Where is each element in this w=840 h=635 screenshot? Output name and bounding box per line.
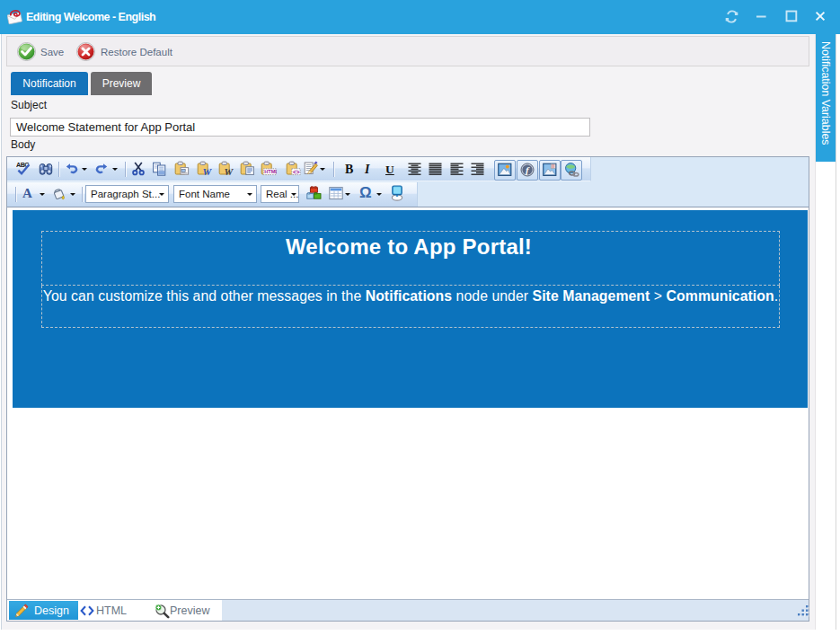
svg-text:W: W xyxy=(225,166,234,177)
svg-text:HTML: HTML xyxy=(264,169,277,174)
svg-text:W: W xyxy=(203,166,213,177)
svg-text:<>: <> xyxy=(293,169,300,175)
